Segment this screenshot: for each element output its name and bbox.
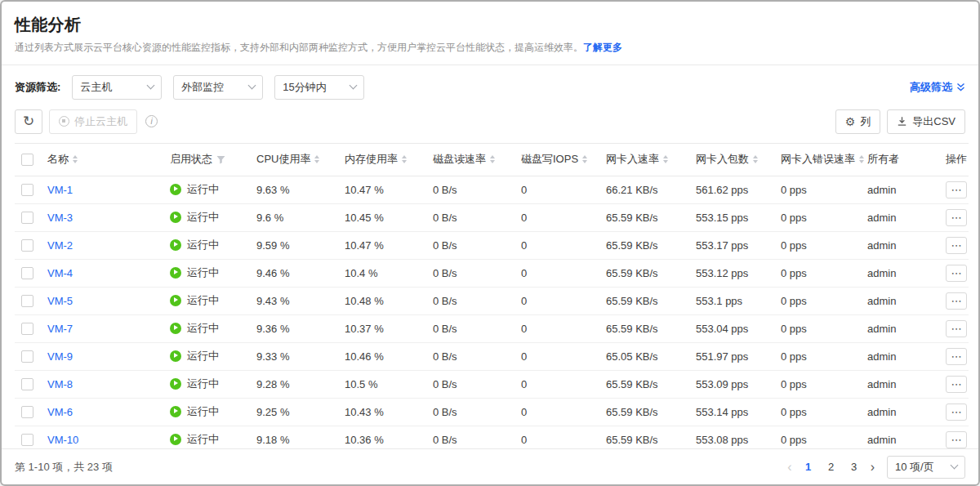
- row-actions-button[interactable]: ⋯: [946, 404, 967, 421]
- cpu-usage-cell: 9.33 %: [256, 342, 345, 370]
- prev-page-button[interactable]: ‹: [785, 461, 794, 474]
- cpu-usage-cell: 9.25 %: [256, 398, 345, 426]
- page-number[interactable]: 1: [800, 457, 817, 478]
- row-checkbox-cell: [15, 398, 47, 426]
- page-number[interactable]: 2: [822, 457, 840, 478]
- col-header-net-in-err[interactable]: 网卡入错误速率: [781, 143, 867, 176]
- info-icon[interactable]: i: [145, 115, 158, 127]
- row-checkbox[interactable]: [21, 350, 33, 363]
- net-in-err-cell: 0 pps: [781, 287, 867, 314]
- col-header-disk-read[interactable]: 磁盘读速率: [433, 143, 521, 176]
- vm-name-cell: VM-3: [47, 203, 170, 231]
- owner-cell: admin: [867, 203, 934, 231]
- row-actions-button[interactable]: ⋯: [946, 376, 967, 393]
- col-label: 磁盘读速率: [433, 152, 486, 167]
- columns-button[interactable]: ⚙ 列: [835, 109, 881, 134]
- vm-name-link[interactable]: VM-3: [47, 212, 73, 224]
- col-header-owner: 所有者: [867, 143, 934, 176]
- row-actions-button[interactable]: ⋯: [946, 320, 967, 337]
- net-in-rate-cell: 65.59 KB/s: [606, 398, 696, 426]
- net-in-rate-cell: 65.59 KB/s: [606, 231, 696, 259]
- row-checkbox[interactable]: [21, 434, 33, 446]
- vm-name-cell: VM-9: [47, 342, 170, 370]
- net-in-rate-cell: 65.05 KB/s: [606, 342, 696, 370]
- refresh-button[interactable]: ↻: [15, 109, 42, 134]
- time-range-select[interactable]: 15分钟内: [274, 75, 364, 100]
- col-header-status[interactable]: 启用状态: [170, 143, 256, 176]
- row-checkbox[interactable]: [21, 323, 33, 335]
- cpu-usage-cell: 9.46 %: [256, 259, 345, 287]
- ellipsis-icon: ⋯: [951, 407, 962, 417]
- table-row: VM-10 运行中 9.18 % 10.36 % 0 B/s 0 65.59 K…: [15, 426, 969, 448]
- vm-name-cell: VM-1: [47, 176, 170, 203]
- cpu-usage-cell: 9.59 %: [256, 231, 345, 259]
- row-checkbox[interactable]: [21, 406, 33, 418]
- next-page-button[interactable]: ›: [868, 461, 877, 474]
- vm-name-link[interactable]: VM-10: [47, 434, 78, 446]
- running-status-icon: [170, 323, 181, 334]
- row-checkbox[interactable]: [21, 212, 33, 224]
- cpu-usage-cell: 9.18 %: [256, 426, 345, 448]
- disk-write-iops-cell: 0: [521, 176, 606, 203]
- owner-cell: admin: [867, 370, 934, 398]
- row-checkbox[interactable]: [21, 378, 33, 390]
- row-actions-button[interactable]: ⋯: [946, 431, 967, 448]
- ellipsis-icon: ⋯: [951, 212, 962, 223]
- advanced-filter-label: 高级筛选: [910, 80, 952, 95]
- vm-name-link[interactable]: VM-5: [47, 295, 73, 307]
- row-checkbox[interactable]: [21, 267, 33, 279]
- learn-more-link[interactable]: 了解更多: [583, 42, 622, 53]
- vm-name-cell: VM-7: [47, 314, 170, 342]
- col-label: 名称: [47, 152, 69, 167]
- resource-type-select[interactable]: 云主机: [72, 75, 162, 100]
- table-header: 名称 启用状态 CPU使用率 内存使用率 磁盘读速率 磁盘写IOPS 网卡入速率…: [15, 143, 969, 176]
- row-actions-button[interactable]: ⋯: [946, 348, 967, 365]
- col-header-net-in-pkts[interactable]: 网卡入包数: [696, 143, 781, 176]
- row-actions-button[interactable]: ⋯: [946, 237, 967, 254]
- row-actions-button[interactable]: ⋯: [946, 209, 967, 226]
- row-actions-button[interactable]: ⋯: [946, 265, 967, 282]
- disk-read-rate-cell: 0 B/s: [433, 259, 521, 287]
- row-checkbox[interactable]: [21, 295, 33, 307]
- vm-name-link[interactable]: VM-6: [47, 406, 73, 418]
- vm-name-link[interactable]: VM-4: [47, 267, 73, 279]
- row-actions-button[interactable]: ⋯: [946, 292, 967, 310]
- net-in-err-cell: 0 pps: [781, 314, 867, 342]
- chevron-down-icon: [248, 82, 256, 90]
- memory-usage-cell: 10.36 %: [345, 426, 433, 448]
- row-actions-button[interactable]: ⋯: [946, 181, 967, 198]
- export-csv-button[interactable]: 导出CSV: [887, 109, 965, 134]
- owner-cell: admin: [867, 342, 934, 370]
- vm-name-link[interactable]: VM-2: [47, 239, 73, 252]
- actions-cell: ⋯: [934, 287, 969, 314]
- ellipsis-icon: ⋯: [951, 379, 962, 390]
- stop-vm-button[interactable]: 停止云主机: [49, 109, 137, 134]
- row-checkbox[interactable]: [21, 184, 33, 196]
- col-header-net-in-rate[interactable]: 网卡入速率: [606, 143, 696, 176]
- vm-name-link[interactable]: VM-9: [47, 350, 73, 363]
- col-header-cpu[interactable]: CPU使用率: [256, 143, 345, 176]
- col-header-name[interactable]: 名称: [47, 143, 170, 176]
- ellipsis-icon: ⋯: [951, 268, 962, 279]
- disk-write-iops-cell: 0: [521, 231, 606, 259]
- select-all-checkbox[interactable]: [21, 154, 33, 166]
- page-size-select[interactable]: 10 项/页: [887, 456, 965, 479]
- table-footer: 第 1-10 项，共 23 项 ‹ 1 2 3 › 10 项/页: [2, 448, 978, 484]
- row-checkbox[interactable]: [21, 239, 33, 252]
- ellipsis-icon: ⋯: [951, 435, 962, 445]
- monitor-type-select[interactable]: 外部监控: [173, 75, 263, 100]
- row-checkbox-cell: [15, 342, 47, 370]
- vm-name-link[interactable]: VM-1: [47, 184, 73, 196]
- col-header-memory[interactable]: 内存使用率: [345, 143, 433, 176]
- net-in-rate-cell: 65.59 KB/s: [606, 287, 696, 314]
- col-header-disk-write-iops[interactable]: 磁盘写IOPS: [521, 143, 606, 176]
- status-label: 运行中: [187, 265, 219, 280]
- col-header-actions: 操作: [934, 143, 969, 176]
- cpu-usage-cell: 9.36 %: [256, 314, 345, 342]
- page-number[interactable]: 3: [845, 457, 863, 478]
- actions-cell: ⋯: [934, 259, 969, 287]
- vm-name-link[interactable]: VM-8: [47, 378, 73, 390]
- advanced-filter-link[interactable]: 高级筛选: [910, 80, 965, 95]
- net-in-rate-cell: 65.59 KB/s: [606, 370, 696, 398]
- vm-name-link[interactable]: VM-7: [47, 323, 73, 335]
